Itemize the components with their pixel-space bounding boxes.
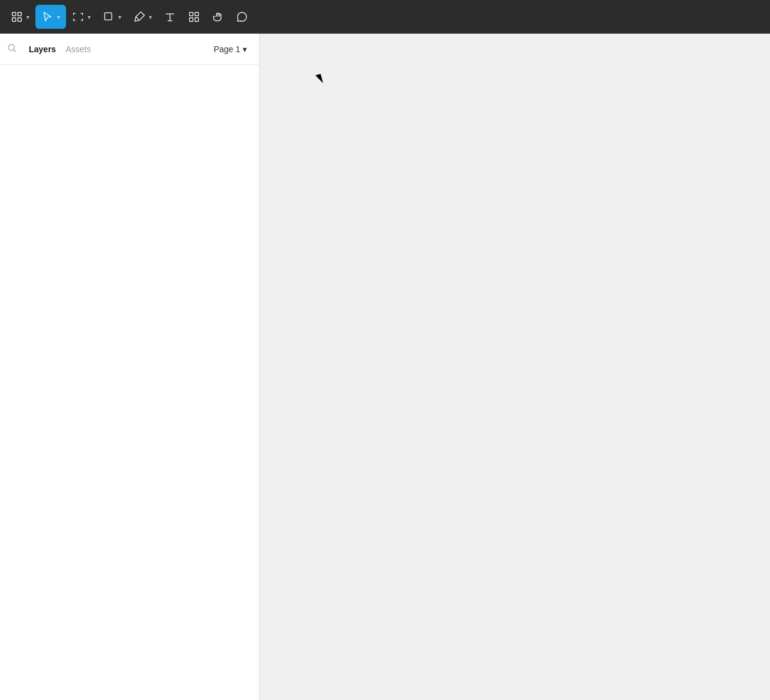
frame-icon — [72, 11, 84, 23]
logo-icon — [11, 11, 23, 23]
panel-header: Layers Assets Page 1 ▾ — [0, 34, 259, 65]
shape-tool-chevron: ▾ — [118, 14, 121, 20]
page-selector[interactable]: Page 1 ▾ — [209, 42, 252, 56]
select-icon — [41, 11, 53, 23]
pen-tool-chevron: ▾ — [149, 14, 152, 20]
comment-tool-button[interactable] — [230, 5, 254, 29]
svg-rect-7 — [190, 18, 193, 22]
layers-panel-body — [0, 65, 259, 700]
hand-tool-button[interactable] — [206, 5, 230, 29]
tab-layers[interactable]: Layers — [24, 41, 61, 58]
frame-tool-button[interactable]: ▾ — [66, 5, 97, 29]
select-tool-chevron: ▾ — [57, 14, 60, 20]
svg-rect-3 — [18, 18, 22, 22]
components-icon — [188, 11, 200, 23]
text-tool-button[interactable] — [158, 5, 182, 29]
frame-tool-chevron: ▾ — [88, 14, 91, 20]
comment-icon — [236, 11, 248, 23]
svg-rect-8 — [195, 18, 199, 22]
page-selector-chevron: ▾ — [243, 44, 247, 54]
pen-tool-button[interactable]: ▾ — [127, 5, 158, 29]
page-selector-label: Page 1 — [214, 44, 240, 54]
text-icon — [164, 11, 176, 23]
svg-rect-1 — [18, 13, 22, 16]
svg-rect-6 — [195, 13, 199, 16]
toolbar: ▾ ▾ ▾ ▾ ▾ — [0, 0, 770, 34]
canvas-area[interactable] — [259, 34, 770, 700]
pen-icon — [133, 11, 145, 23]
shape-tool-button[interactable]: ▾ — [97, 5, 127, 29]
svg-rect-5 — [190, 13, 193, 16]
main-content: Layers Assets Page 1 ▾ — [0, 34, 770, 700]
hand-icon — [212, 11, 224, 23]
svg-rect-4 — [105, 13, 112, 20]
left-panel: Layers Assets Page 1 ▾ — [0, 34, 259, 700]
svg-rect-2 — [13, 18, 16, 22]
select-tool-button[interactable]: ▾ — [35, 5, 66, 29]
tab-assets[interactable]: Assets — [61, 41, 95, 58]
svg-rect-0 — [13, 13, 16, 16]
app-menu-button[interactable]: ▾ — [5, 5, 35, 29]
search-icon[interactable] — [7, 43, 17, 55]
shape-icon — [103, 11, 115, 23]
app-menu-chevron: ▾ — [26, 14, 29, 20]
components-tool-button[interactable] — [182, 5, 206, 29]
